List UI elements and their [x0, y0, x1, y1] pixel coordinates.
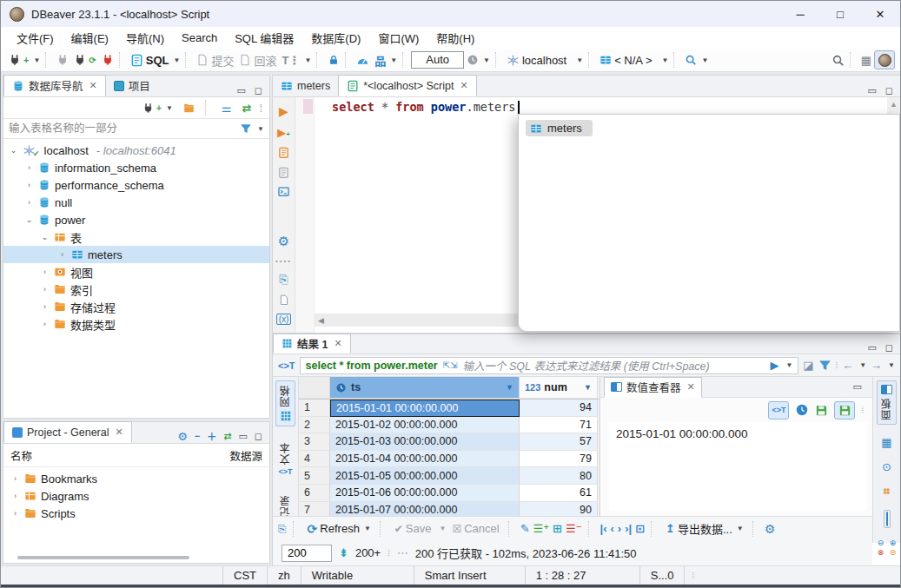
menu-sql-editor[interactable]: SQL 编辑器: [226, 27, 302, 49]
save-value-as-button[interactable]: [834, 401, 855, 420]
link-with-editor-icon[interactable]: ⇄: [223, 431, 231, 442]
cancel-button[interactable]: ☒Cancel: [449, 520, 501, 537]
tree-node-procedures[interactable]: ›存储过程: [3, 298, 269, 315]
heap-status-indicator[interactable]: S...0: [639, 566, 686, 585]
tree-node-power[interactable]: ⌄power: [3, 211, 269, 228]
reconnect-button[interactable]: ⟳: [71, 52, 98, 68]
view-grid-tab[interactable]: 网格: [275, 380, 295, 426]
panel-menu-dots-icon[interactable]: ⁞: [861, 406, 864, 414]
export-from-query-button[interactable]: ⎘: [279, 273, 288, 287]
focus-row-icon[interactable]: ⊡: [635, 522, 645, 535]
duplicate-row-icon[interactable]: ⊞: [553, 522, 562, 535]
insert-mode-indicator[interactable]: Smart Insert: [414, 566, 525, 585]
view-text-tab[interactable]: 文本<>T: [276, 439, 295, 479]
grid-row-2[interactable]: 22015-01-02 00:00:00.00071: [299, 417, 599, 434]
close-icon[interactable]: ✕: [89, 80, 97, 91]
execute-statement-button[interactable]: ▶: [279, 104, 288, 118]
minimize-panel-icon[interactable]: ▭: [238, 431, 247, 442]
explain-plan-button[interactable]: [277, 167, 290, 179]
close-icon[interactable]: ✕: [115, 426, 123, 438]
save-value-icon[interactable]: [815, 404, 828, 417]
settings-gear-icon[interactable]: ⚙: [177, 430, 188, 443]
grid-row-5[interactable]: 52015-01-05 00:00:00.00080: [299, 467, 599, 485]
open-in-editor-icon[interactable]: ⎘: [278, 523, 287, 535]
lock-icon[interactable]: [325, 52, 342, 68]
chevron-right-icon[interactable]: ›: [10, 474, 20, 483]
close-icon[interactable]: ✕: [687, 381, 695, 393]
filter-history-caret-icon[interactable]: ▼: [785, 361, 792, 369]
grid-row-1[interactable]: 12015-01-01 00:00:00.00094: [299, 400, 599, 417]
open-perspective-button[interactable]: ▦: [858, 52, 874, 69]
dashboard-button[interactable]: [354, 52, 372, 69]
overflow-dots[interactable]: ⋯: [397, 546, 408, 559]
minimize-panel-icon[interactable]: ▭: [867, 85, 876, 96]
column-datasource[interactable]: 数据源: [229, 447, 262, 464]
references-panel-icon[interactable]: ▦: [881, 436, 891, 449]
tree-node-datatypes[interactable]: ›数据类型: [3, 315, 269, 333]
project-item-scripts[interactable]: ›Scripts: [3, 505, 269, 522]
connect-button[interactable]: [54, 52, 71, 68]
new-connection-button[interactable]: +▼: [6, 52, 43, 68]
nav-back-icon[interactable]: ←: [842, 359, 853, 372]
grid-row-6[interactable]: 62015-01-06 00:00:00.00061: [299, 485, 599, 502]
fetch-more-label[interactable]: 200+: [355, 546, 381, 559]
maximize-panel-icon[interactable]: ◻: [885, 342, 893, 353]
tab-database-navigator[interactable]: 数据库导航✕: [3, 75, 106, 96]
new-folder-button[interactable]: [181, 101, 197, 116]
chevron-right-icon[interactable]: ›: [10, 492, 20, 500]
menu-search[interactable]: Search: [173, 29, 226, 47]
minimize-button[interactable]: ─: [780, 1, 820, 27]
chevron-right-icon[interactable]: ›: [40, 285, 50, 294]
column-name[interactable]: 名称: [10, 447, 32, 464]
save-caret-icon[interactable]: ▼: [440, 525, 447, 532]
menu-navigate[interactable]: 导航(N): [117, 27, 173, 49]
minimize-panel-icon[interactable]: ▭: [236, 85, 245, 96]
tab-value-viewer[interactable]: 数值查看器✕: [604, 377, 702, 398]
variables-button[interactable]: (x): [276, 314, 292, 325]
tab-meters[interactable]: meters: [273, 75, 338, 96]
dbeaver-perspective-button[interactable]: [874, 50, 895, 69]
fetch-more-icon[interactable]: ⇟: [339, 546, 348, 559]
maximize-panel-icon[interactable]: ◻: [255, 85, 262, 96]
rollback-button[interactable]: 回滚: [236, 50, 279, 70]
horizontal-scrollbar[interactable]: [17, 556, 189, 559]
apply-filter-icon[interactable]: ▶: [770, 359, 778, 372]
network-button[interactable]: 品▼: [372, 50, 400, 70]
row-number-header[interactable]: [299, 377, 330, 399]
menu-help[interactable]: 帮助(H): [427, 27, 483, 49]
chevron-right-icon[interactable]: ›: [40, 268, 50, 276]
chevron-down-icon[interactable]: ⌄: [40, 233, 50, 241]
zoom-buttons-group[interactable]: ⊖⊕⊗⊜: [876, 539, 898, 557]
nav-forward-icon[interactable]: →: [871, 359, 882, 372]
tab-script[interactable]: *<localhost> Script✕: [338, 75, 476, 96]
maximize-panel-icon[interactable]: ◻: [255, 431, 262, 442]
collapse-all-button[interactable]: ⚌: [219, 100, 235, 116]
menu-file[interactable]: 文件(F): [8, 27, 63, 49]
quick-access-search-icon[interactable]: [829, 52, 847, 69]
aggregate-panel-icon[interactable]: ⊙: [882, 460, 891, 473]
tree-node-indexes[interactable]: ›索引: [3, 281, 269, 298]
view-menu-icon[interactable]: ⁞: [259, 102, 262, 115]
expand-filter-icon[interactable]: ⇱⇲: [443, 360, 458, 370]
active-database-combo[interactable]: < N/A >▼: [597, 52, 671, 69]
close-icon[interactable]: ✕: [334, 338, 341, 349]
chevron-right-icon[interactable]: ›: [24, 181, 34, 189]
transaction-log-button[interactable]: ▼: [464, 52, 493, 68]
execute-script-button[interactable]: [277, 147, 290, 159]
refresh-button[interactable]: ⟳Refresh▼: [305, 520, 374, 538]
chevron-right-icon[interactable]: ›: [57, 250, 67, 259]
last-row-icon[interactable]: ›|: [625, 522, 632, 535]
column-header-num[interactable]: 123num▼: [520, 377, 598, 399]
menu-window[interactable]: 窗口(W): [369, 27, 427, 49]
value-viewer-content[interactable]: 2015-01-01 00:00:00.000: [609, 422, 867, 511]
prev-row-icon[interactable]: ‹: [611, 522, 614, 535]
datetime-mode-icon[interactable]: [795, 403, 809, 417]
chevron-down-icon[interactable]: ⌄: [9, 146, 18, 155]
scroll-left-arrow-icon[interactable]: ◀: [318, 316, 324, 325]
next-row-icon[interactable]: ›: [618, 522, 621, 535]
project-item-bookmarks[interactable]: ›Bookmarks: [3, 470, 269, 487]
autocomplete-item-meters[interactable]: meters: [526, 120, 593, 136]
timezone-indicator[interactable]: CST: [222, 566, 267, 585]
filter-caret-icon[interactable]: ▼: [257, 125, 264, 133]
chevron-right-icon[interactable]: ›: [24, 163, 34, 172]
